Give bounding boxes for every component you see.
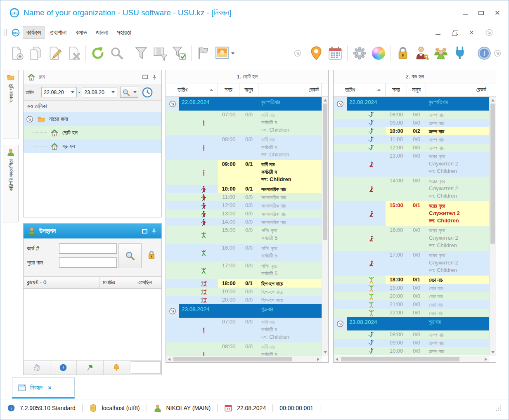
column-header-record[interactable]: রেকর্ড [258,83,322,96]
client-search-button[interactable] [118,243,142,268]
image-style-button[interactable] [213,43,232,63]
full-name-input[interactable] [59,257,117,268]
toolbar-overflow-icon-2[interactable] [494,50,501,57]
scroll-down-arrow[interactable] [491,351,495,354]
column-header-time[interactable]: সময় [218,83,239,96]
refresh-button[interactable] [88,43,107,63]
notify-button[interactable] [104,361,130,375]
restore-document-button[interactable] [452,31,457,35]
toolbar-grip-2[interactable] [4,50,5,57]
pin-icon[interactable] [151,228,157,234]
schedule-row[interactable]: 20:000/0বেচা নাচ [334,292,489,300]
pin-client-button[interactable] [77,361,104,375]
schedule-row[interactable]: 21:000/0বেচা নাচ [334,300,489,309]
schedule-row[interactable]: 09:000/0ক্রম্প নাচ [334,119,489,127]
scroll-up-arrow[interactable] [324,99,327,101]
color-wheel-button[interactable] [369,43,388,63]
tree-item[interactable]: বড় হল [24,139,161,153]
side-tab-tech-support[interactable]: কারিগরি সহযোগিতা [3,145,19,222]
horizontal-scrollbar[interactable] [334,356,489,362]
search-button[interactable] [107,43,126,63]
location-pin-button[interactable] [307,43,326,63]
schedule-row[interactable]: 19:000/0হিপ-হপ নাচে [166,288,322,296]
schedule-row[interactable]: 17:000/0ঘরের নৃত্যСлужител 2দল: Children [334,251,489,276]
schedule-row[interactable]: 07:000/0বার্বি নাচকর্মচারী ঘদল: Children [166,318,322,342]
users-group-button[interactable] [431,43,450,63]
resize-grip[interactable] [495,405,502,411]
scroll-up-arrow[interactable] [491,99,495,101]
drag-mode-button[interactable] [24,361,50,375]
minimize-window-button[interactable] [463,14,468,15]
schedule-row[interactable]: 10:000/2ক্রম্প নাচ [334,127,489,135]
scroll-right-arrow[interactable] [317,358,320,361]
scrollbar-thumb[interactable] [490,104,495,244]
schedule-row[interactable]: 08:000/0বার্বি নাচকর্মচারী ঘদল: Children [166,135,322,160]
filter-apply-button[interactable] [170,43,189,63]
menu-item[interactable]: তথ্যশালা [47,27,70,38]
collapse-group-icon[interactable] [169,307,176,315]
schedule-row[interactable]: 15:000/0পপিং নৃত্যকর্মচারী 5 [166,226,322,244]
schedule-row[interactable]: 17:000/0পপিং নৃত্যকর্মচারী 5 [166,262,322,279]
schedule-row[interactable]: 16:000/0পপিং নৃত্যকর্মচারী 5 [166,244,322,262]
vertical-scrollbar[interactable] [322,97,328,356]
scrollbar-thumb[interactable] [323,104,327,240]
chevron-down-icon[interactable] [231,52,234,54]
scrollbar-thumb[interactable] [341,357,459,361]
menu-item[interactable]: কমান্ড [72,27,90,38]
scrollbar-thumb[interactable] [173,357,292,361]
plugin-button[interactable] [450,43,469,63]
pin-icon[interactable] [151,74,158,80]
menu-item[interactable]: সহায়তা [114,27,135,38]
info-icon[interactable]: i [7,404,15,412]
schedule-row[interactable]: 18:000/1হিপ-হপ নাচে [166,279,322,288]
date-group-row[interactable]: 23.08.2024শুক্রবার [334,317,489,330]
new-document-button[interactable] [7,43,26,63]
card-number-input[interactable] [59,243,117,254]
client-info-button[interactable]: i [50,361,77,375]
date-group-row[interactable]: 22.08.2024বৃহস্পতিবার [334,97,489,111]
close-tab-button[interactable]: × [48,384,52,391]
delete-document-button[interactable] [64,43,83,63]
schedule-row[interactable]: 08:000/0বার্বি নাচকর্মচারী ঘদল: Children [166,342,322,356]
schedule-row[interactable]: 08:000/0ক্রম্প নাচ [334,111,489,119]
schedule-row[interactable]: 11:000/0সমসাময়িক নাচ [166,193,322,201]
schedule-row[interactable]: 19:000/0বেচা নাচ [334,284,489,292]
menu-item[interactable]: জানলা [92,27,111,38]
column-header-visited[interactable]: এসেছিল [134,277,161,288]
horizontal-scrollbar[interactable] [166,356,322,362]
user-permissions-button[interactable] [412,43,431,63]
calendar-button[interactable] [326,43,345,63]
tree-item[interactable]: নাচের জন্য [24,112,161,126]
tree-item[interactable]: ছোট হল [24,126,161,139]
column-header-client[interactable]: ক্লায়েন্ট - 0 [24,277,99,288]
expand-panel-button[interactable] [142,229,147,234]
clock-button[interactable] [142,87,153,98]
column-header-map[interactable]: মানচিত্র [99,277,134,288]
menu-overflow-icon[interactable] [485,29,493,36]
expand-panel-button[interactable] [142,75,148,79]
side-tab-user-list[interactable]: ব্যবহার সূচী [3,70,19,139]
schedule-row[interactable]: 14:000/0সমসাময়িক নাচ [166,218,322,226]
edit-document-button[interactable] [45,43,64,63]
toolbar-grip[interactable] [5,29,7,36]
settings-gear-button[interactable] [350,43,369,63]
column-header-people[interactable]: মানুষ [407,83,426,96]
schedule-row[interactable]: 12:000/0সমসাময়িক নাচ [166,201,322,210]
vertical-scrollbar[interactable] [489,97,496,356]
column-header-date[interactable]: তারিখ [334,83,386,96]
collapse-group-icon[interactable] [169,100,176,108]
schedule-row[interactable]: 20:000/0হিপ-হপ নাচে [166,296,322,304]
schedule-row[interactable]: 14:000/0ঘরের নৃত্যСлужител 2দল: Children [334,177,489,201]
toolbar-overflow-icon[interactable] [294,50,301,57]
schedule-row[interactable]: 18:000/1বেচা নাচ [334,276,489,284]
search-split-button[interactable] [120,87,138,98]
column-header-people[interactable]: মানুষ [239,83,258,96]
flag-button[interactable] [194,43,213,63]
scroll-right-arrow[interactable] [485,358,487,361]
footer-input[interactable] [131,361,161,374]
date-group-row[interactable]: 22.08.2024বৃহস্পতিবার [166,97,322,111]
schedule-row[interactable]: 16:000/0ঘরের নৃত্যСлужител 2দল: Children [334,226,489,251]
lock-icon[interactable] [147,250,156,260]
schedule-row[interactable]: 10:000/0ক্রম্প নাচ [334,347,489,355]
collapse-node-icon[interactable] [26,116,33,123]
